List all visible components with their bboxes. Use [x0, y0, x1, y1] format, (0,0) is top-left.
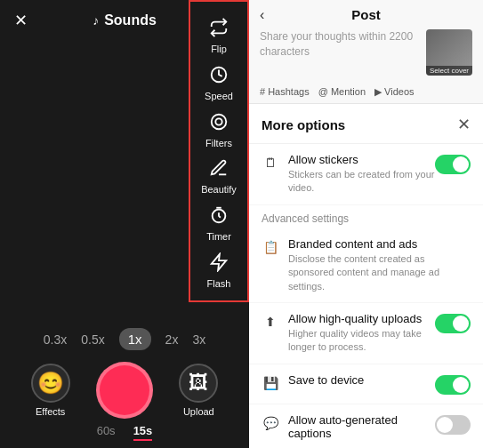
post-thumbnail[interactable]: Select cover [426, 29, 472, 76]
speed-1x[interactable]: 1x [119, 328, 151, 350]
save-device-text: Save to device [288, 373, 435, 388]
flash-icon [205, 248, 233, 276]
hashtag-mention[interactable]: @ Mention [318, 86, 366, 98]
flash-label: Flash [207, 278, 231, 289]
branded-content-desc: Disclose the content created as sponsore… [288, 252, 471, 293]
hashtag-videos[interactable]: ▶ Videos [374, 86, 415, 98]
sounds-title: Sounds [104, 12, 157, 28]
tool-timer[interactable]: Timer [205, 201, 233, 242]
option-row-save-device: 💾Save to device [249, 364, 483, 404]
filters-label: Filters [205, 138, 232, 148]
upload-label: Upload [183, 406, 214, 417]
back-button[interactable]: ‹ [260, 7, 264, 23]
branded-content-text: Branded content and adsDisclose the cont… [288, 237, 471, 293]
beautify-label: Beautify [201, 184, 237, 195]
save-device-icon: 💾 [262, 374, 279, 392]
select-cover-label: Select cover [426, 66, 472, 76]
advanced-settings-label: Advanced settings [249, 205, 483, 228]
option-row-auto-captions: 💬Allow auto-generated captions [249, 404, 483, 448]
more-options-header: More options ✕ [249, 104, 483, 144]
upload-button[interactable]: 🖼 Upload [179, 364, 218, 417]
branded-content-title: Branded content and ads [288, 237, 471, 251]
auto-captions-icon: 💬 [262, 414, 279, 432]
post-content-row: Share your thoughts within 2200 characte… [260, 29, 472, 76]
hashtag-row: # Hashtags@ Mention▶ Videos [249, 81, 483, 104]
auto-captions-toggle[interactable] [435, 415, 471, 435]
tool-beautify[interactable]: Beautify [201, 154, 237, 195]
post-header: ‹ Post [260, 7, 472, 22]
option-row-branded-content: 📋Branded content and adsDisclose the con… [249, 228, 483, 303]
action-bar: 😊 Effects 🖼 Upload [0, 362, 249, 419]
music-icon: ♪ [93, 13, 99, 28]
post-title: Post [351, 7, 381, 22]
effects-button[interactable]: 😊 Effects [31, 364, 70, 417]
hashtag-hashtags[interactable]: # Hashtags [260, 86, 310, 98]
tool-filters[interactable]: Filters [205, 108, 233, 148]
effects-icon: 😊 [31, 364, 70, 403]
beautify-icon [205, 154, 233, 182]
tool-flip[interactable]: Flip [205, 13, 233, 54]
tool-sidebar: Flip Speed Filters Beautify Timer Flash [189, 0, 249, 302]
timer-label: Timer [206, 231, 231, 242]
speed-03x[interactable]: 0.3x [44, 332, 67, 347]
duration-tab-15s[interactable]: 15s [133, 424, 153, 441]
post-section: ‹ Post Share your thoughts within 2200 c… [249, 0, 483, 81]
allow-stickers-text: Allow stickersStickers can be created fr… [288, 153, 435, 196]
left-panel: ✕ ♪ Sounds Flip Speed Filters Beautify T… [0, 0, 249, 448]
high-quality-icon: ⬆ [262, 313, 279, 331]
speed-label: Speed [205, 91, 233, 101]
record-button[interactable] [96, 362, 153, 419]
flip-label: Flip [211, 44, 227, 54]
flip-icon [205, 13, 233, 42]
post-text-area: Share your thoughts within 2200 characte… [260, 29, 419, 76]
close-button[interactable]: ✕ [14, 11, 28, 30]
option-row-allow-stickers: 🗒Allow stickersStickers can be created f… [249, 144, 483, 205]
option-row-high-quality: ⬆Allow high-quality uploadsHigher qualit… [249, 303, 483, 364]
more-options-title: More options [262, 117, 345, 132]
speed-2x[interactable]: 2x [165, 332, 179, 347]
filters-icon [205, 108, 233, 136]
allow-stickers-title: Allow stickers [288, 153, 435, 166]
svg-point-1 [212, 114, 227, 129]
upload-icon: 🖼 [179, 364, 218, 403]
more-options-panel: More options ✕ 🗒Allow stickersStickers c… [249, 104, 483, 448]
timer-icon [205, 201, 233, 229]
duration-tabs: 60s15s [0, 424, 249, 441]
tool-speed[interactable]: Speed [205, 60, 233, 101]
close-more-button[interactable]: ✕ [457, 115, 471, 134]
branded-content-icon: 📋 [262, 238, 279, 256]
right-panel: ‹ Post Share your thoughts within 2200 c… [249, 0, 483, 448]
speed-05x[interactable]: 0.5x [81, 332, 104, 347]
svg-point-2 [215, 118, 221, 124]
allow-stickers-toggle[interactable] [435, 155, 471, 174]
auto-captions-title: Allow auto-generated captions [288, 413, 435, 440]
tool-flash[interactable]: Flash [205, 248, 233, 289]
speed-icon [205, 60, 233, 89]
save-device-title: Save to device [288, 373, 435, 387]
high-quality-title: Allow high-quality uploads [288, 312, 435, 325]
save-device-toggle[interactable] [435, 375, 471, 395]
speed-3x[interactable]: 3x [192, 332, 205, 347]
bottom-controls: 😊 Effects 🖼 Upload 60s15s [0, 353, 249, 448]
duration-tab-60s[interactable]: 60s [97, 424, 116, 441]
auto-captions-text: Allow auto-generated captions [288, 413, 435, 442]
high-quality-text: Allow high-quality uploadsHigher quality… [288, 312, 435, 355]
svg-marker-4 [212, 253, 227, 269]
options-list: 🗒Allow stickersStickers can be created f… [249, 144, 483, 448]
allow-stickers-icon: 🗒 [262, 154, 279, 172]
post-description: Share your thoughts within 2200 characte… [260, 29, 419, 60]
speed-controls: 0.3x0.5x1x2x3x [0, 328, 249, 350]
high-quality-toggle[interactable] [435, 314, 471, 333]
allow-stickers-desc: Stickers can be created from your video. [288, 168, 435, 196]
effects-label: Effects [36, 406, 65, 417]
high-quality-desc: Higher quality videos may take longer to… [288, 327, 435, 355]
